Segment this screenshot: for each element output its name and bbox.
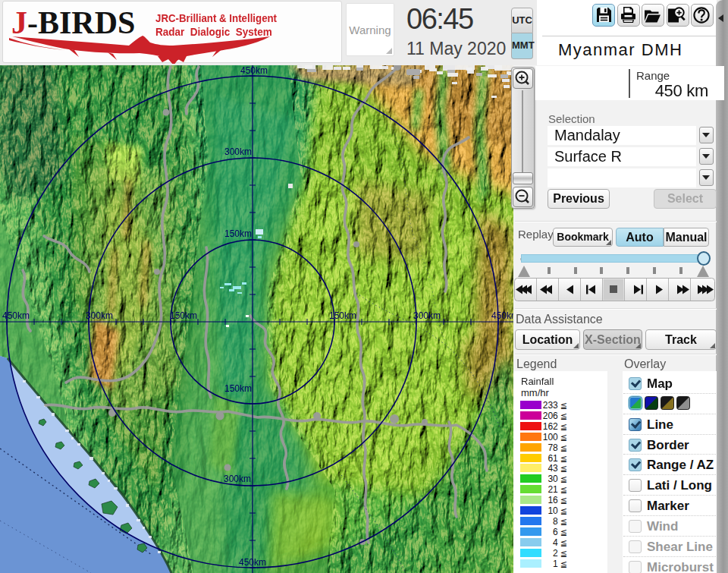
svg-text:150km: 150km [224, 383, 252, 394]
svg-text:300km: 300km [413, 310, 441, 321]
svg-text:300km: 300km [224, 146, 252, 157]
svg-text:150km: 150km [329, 310, 356, 321]
svg-text:300km: 300km [86, 310, 113, 321]
svg-text:300km: 300km [224, 474, 251, 484]
svg-text:150km: 150km [224, 228, 252, 239]
svg-text:450km: 450km [2, 310, 30, 321]
svg-text:450km: 450km [239, 557, 266, 568]
svg-text:450km: 450km [491, 310, 513, 321]
svg-text:450km: 450km [240, 65, 268, 76]
svg-text:150km: 150km [170, 310, 197, 321]
